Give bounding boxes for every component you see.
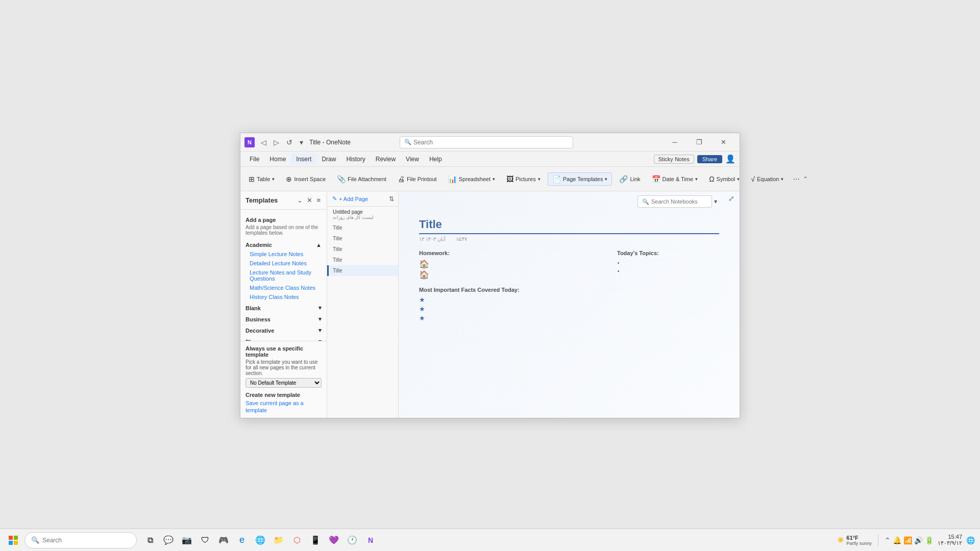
menu-view[interactable]: View (401, 154, 424, 165)
save-as-template-link[interactable]: Save current page as a template (246, 400, 304, 413)
taskview-icon[interactable]: ⧉ (142, 532, 158, 548)
taskbar-search-input[interactable] (42, 537, 130, 544)
ribbon-page-templates[interactable]: 📄 Page Templates ▾ (548, 172, 612, 186)
back-button[interactable]: ◁ (259, 137, 268, 147)
svg-rect-1 (14, 536, 18, 540)
ribbon-symbol[interactable]: Ω Symbol ▾ (705, 173, 744, 185)
title-search-bar[interactable]: 🔍 (400, 136, 573, 148)
category-blank[interactable]: Blank ▾ (240, 302, 327, 313)
capture-icon[interactable]: 📷 (179, 532, 195, 548)
category-academic[interactable]: Academic ▲ (240, 239, 327, 249)
menu-history[interactable]: History (341, 154, 370, 165)
ribbon-link[interactable]: 🔗 Link (615, 173, 644, 185)
menu-review[interactable]: Review (371, 154, 401, 165)
create-new-title: Create new template (246, 392, 322, 398)
page-item-2[interactable]: Title (327, 233, 398, 244)
chevron-up-icon: ▲ (316, 242, 322, 248)
close-button[interactable]: ✕ (712, 133, 736, 152)
user-icon[interactable]: 👤 (725, 154, 736, 164)
browser-icon-1[interactable]: e (234, 532, 250, 548)
wifi-icon[interactable]: 📶 (903, 536, 912, 544)
page-item-4[interactable]: Title (327, 255, 398, 265)
title-search-input[interactable] (413, 139, 569, 146)
category-business[interactable]: Business ▾ (240, 313, 327, 324)
template-history-class[interactable]: History Class Notes (240, 292, 327, 302)
browser-icon-3[interactable]: ⬡ (289, 532, 305, 548)
gaming-icon[interactable]: 🎮 (215, 532, 232, 548)
battery-icon[interactable]: 🔋 (925, 536, 934, 544)
ribbon-pictures[interactable]: 🖼 Pictures ▾ (502, 173, 545, 185)
ribbon-table[interactable]: ⊞ Table ▾ (244, 173, 279, 185)
templates-header-controls: ⌄ ✕ ≡ (296, 195, 322, 205)
page-item-untitled[interactable]: Untitled page لیست کار های روزانه (327, 207, 398, 222)
page-item-1[interactable]: Title (327, 222, 398, 233)
clock-icon[interactable]: 🕐 (344, 532, 360, 548)
category-decorative[interactable]: Decorative ▾ (240, 324, 327, 335)
expand-note-button[interactable]: ⤢ (728, 194, 734, 203)
ribbon-more-button[interactable]: ··· (793, 174, 799, 184)
menu-draw[interactable]: Draw (316, 154, 341, 165)
templates-menu-button[interactable]: ≡ (315, 195, 322, 205)
nav-controls: ◁ ▷ ↺ ▾ (259, 137, 305, 147)
template-simple-lecture[interactable]: Simple Lecture Notes (240, 249, 327, 259)
share-button[interactable]: Share (697, 155, 722, 163)
chevron-down-icon: ▾ (272, 177, 275, 182)
forward-button[interactable]: ▷ (272, 137, 281, 147)
chevron-down-icon: ▾ (695, 177, 698, 182)
ribbon-file-printout[interactable]: 🖨 File Printout (394, 173, 441, 185)
todays-topics-label: Today's Topics: (617, 250, 719, 256)
chat-icon[interactable]: 💬 (160, 532, 177, 548)
template-mathscience[interactable]: Math/Science Class Notes (240, 283, 327, 292)
symbol-icon: Ω (709, 175, 714, 183)
minimize-button[interactable]: ─ (663, 133, 687, 152)
templates-close-button[interactable]: ✕ (306, 195, 313, 205)
undo-button[interactable]: ↺ (284, 137, 295, 147)
svg-rect-0 (9, 536, 13, 540)
note-title[interactable]: Title (419, 218, 719, 234)
ribbon-file-attachment[interactable]: 📎 File Attachment (333, 173, 390, 185)
volume-icon[interactable]: 🔊 (914, 536, 923, 544)
date-time-icon: 📅 (652, 175, 660, 183)
templates-collapse-button[interactable]: ⌄ (296, 195, 304, 205)
onenote-taskbar-icon[interactable]: N (362, 532, 379, 548)
more-nav-button[interactable]: ▾ (298, 137, 305, 147)
taskbar-search-bar[interactable]: 🔍 (24, 532, 137, 548)
explorer-icon[interactable]: 📁 (271, 532, 287, 548)
notification-center-icon[interactable]: 🌐 (966, 536, 975, 544)
pages-sort-button[interactable]: ⇅ (389, 195, 394, 203)
search-notebooks-input[interactable] (651, 198, 707, 205)
menu-home[interactable]: Home (264, 154, 291, 165)
start-button[interactable] (5, 532, 21, 548)
category-planners[interactable]: Planners ▾ (240, 335, 327, 341)
always-use-title: Always use a specific template (246, 345, 322, 358)
add-page-button[interactable]: ✎ + Add Page (331, 194, 369, 203)
menubar-right: Sticky Notes Share 👤 (654, 154, 736, 164)
template-detailed-lecture[interactable]: Detailed Lecture Notes (240, 259, 327, 268)
windows-logo-icon (8, 535, 18, 545)
teams-icon[interactable]: 💜 (326, 532, 342, 548)
sticky-notes-button[interactable]: Sticky Notes (654, 155, 694, 164)
chevron-up-icon[interactable]: ⌃ (885, 536, 891, 544)
ribbon-equation[interactable]: √ Equation ▾ (747, 173, 788, 185)
phone-link-icon[interactable]: 📱 (307, 532, 324, 548)
notification-icon[interactable]: 🔔 (893, 536, 901, 544)
ribbon-collapse-button[interactable]: ⌃ (803, 176, 808, 183)
page-item-3[interactable]: Title (327, 244, 398, 255)
browser-icon-2[interactable]: 🌐 (252, 532, 268, 548)
menu-insert[interactable]: Insert (291, 154, 316, 165)
weather-widget[interactable]: ☀️ 61°F Partly sunny (837, 535, 872, 546)
security-icon[interactable]: 🛡 (197, 532, 213, 548)
menu-help[interactable]: Help (424, 154, 447, 165)
default-template-select[interactable]: No Default Template (246, 378, 322, 388)
ribbon-spreadsheet[interactable]: 📊 Spreadsheet ▾ (444, 173, 499, 185)
menu-file[interactable]: File (244, 154, 264, 165)
search-notebooks-dropdown[interactable]: ▾ (714, 198, 717, 205)
page-item-5[interactable]: Title (327, 265, 398, 276)
ribbon-insert-space[interactable]: ⊕ Insert Space (282, 173, 330, 185)
restore-button[interactable]: ❐ (688, 133, 711, 152)
template-lecture-notes-study[interactable]: Lecture Notes and Study Questions (240, 268, 327, 283)
pages-list: Untitled page لیست کار های روزانه Title … (327, 207, 398, 418)
clock-display[interactable]: 15:47 ۱۴۰۳/۹/۱۲ (938, 534, 962, 546)
ribbon-date-time[interactable]: 📅 Date & Time ▾ (648, 173, 702, 185)
important-section: Most Important Facts Covered Today: ★ ★ … (419, 287, 602, 322)
